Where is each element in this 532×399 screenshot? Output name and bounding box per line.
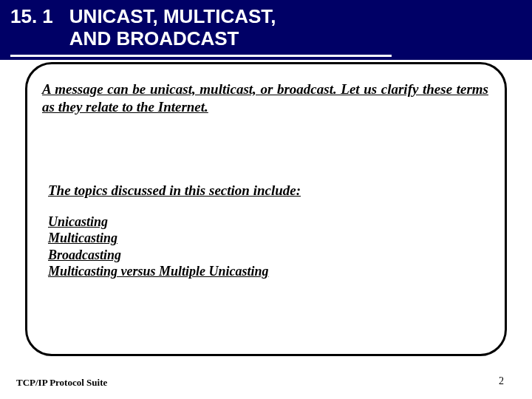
page-number: 2	[499, 375, 504, 387]
title-line-1: UNICAST, MULTICAST,	[69, 5, 276, 27]
footer-left: TCP/IP Protocol Suite	[16, 377, 107, 389]
header-inner: 15. 1 UNICAST, MULTICAST, AND BROADCAST	[0, 6, 532, 50]
topic-item: Multicasting versus Multiple Unicasting	[48, 263, 488, 280]
content-box: A message can be unicast, multicast, or …	[25, 62, 507, 356]
section-number: 15. 1	[0, 6, 69, 27]
title-line-2: AND BROADCAST	[69, 27, 239, 50]
topics-list: Unicasting Multicasting Broadcasting Mul…	[48, 214, 488, 280]
slide-header: 15. 1 UNICAST, MULTICAST, AND BROADCAST	[0, 0, 532, 60]
topic-item: Broadcasting	[48, 247, 488, 264]
topic-item: Unicasting	[48, 214, 488, 231]
topic-item: Multicasting	[48, 230, 488, 247]
topics-lead: The topics discussed in this section inc…	[48, 183, 488, 199]
intro-paragraph: A message can be unicast, multicast, or …	[42, 81, 488, 116]
header-rule	[10, 55, 392, 57]
section-title: UNICAST, MULTICAST, AND BROADCAST	[69, 6, 276, 50]
